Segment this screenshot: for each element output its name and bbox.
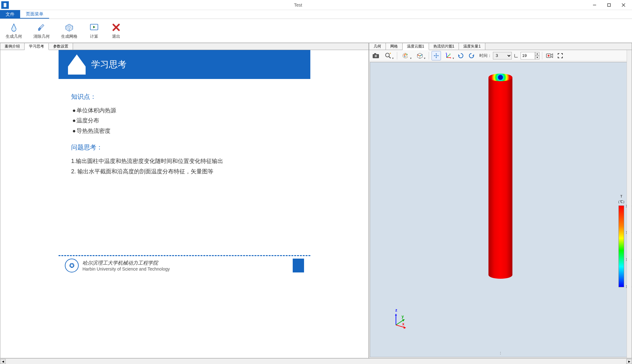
- time-select[interactable]: 3: [493, 52, 512, 59]
- knowledge-list: 单位体积内热源 温度分布 导热热流密度: [71, 105, 298, 136]
- play-icon: [89, 22, 99, 32]
- close-button[interactable]: [616, 0, 631, 10]
- legend-title: T: [616, 194, 626, 198]
- brush-icon: [37, 22, 47, 32]
- knowledge-label: 知识点：: [71, 91, 298, 102]
- minimize-button[interactable]: [587, 0, 602, 10]
- palette-icon[interactable]: [400, 51, 412, 60]
- tab-mesh[interactable]: 网格: [386, 43, 403, 50]
- rotate-cw-icon[interactable]: [456, 51, 466, 60]
- cube-mesh-icon: [64, 22, 74, 32]
- fullscreen-icon[interactable]: [556, 51, 565, 60]
- zoom-icon[interactable]: [382, 51, 394, 60]
- compute-button[interactable]: 计算: [86, 20, 102, 41]
- footer-block: [293, 259, 304, 272]
- menu-file[interactable]: 文件: [0, 10, 20, 19]
- generate-geometry-button[interactable]: 生成几何: [3, 20, 25, 41]
- university-logo-icon: ✪: [65, 259, 79, 272]
- svg-point-14: [405, 53, 406, 55]
- svg-point-16: [404, 56, 405, 57]
- frame-input[interactable]: [521, 52, 535, 59]
- tab-case-intro[interactable]: 案例介绍: [0, 43, 25, 50]
- footer-en: Harbin University of Science and Technol…: [82, 266, 170, 272]
- svg-line-12: [389, 57, 391, 58]
- svg-point-11: [386, 53, 389, 57]
- svg-rect-19: [420, 55, 421, 56]
- left-content: 学习思考 知识点： 单位体积内热源 温度分布 导热热流密度 问题思考： 1.输出…: [0, 50, 369, 358]
- camera-icon[interactable]: [371, 51, 381, 60]
- pentagon-icon: [68, 54, 86, 75]
- rotate-ccw-icon[interactable]: [467, 51, 476, 60]
- knowledge-point: 导热热流密度: [72, 126, 298, 136]
- scroll-left-button[interactable]: ◀: [0, 359, 6, 364]
- viewport-footer: :: [500, 350, 501, 355]
- slide-header: 学习思考: [59, 50, 310, 79]
- content-area: 案例介绍 学习思考 参数设置 学习思考 知识点： 单位体积内热源 温度分布: [0, 43, 632, 358]
- tab-param-settings[interactable]: 参数设置: [49, 43, 73, 50]
- app-icon: [1, 1, 9, 9]
- color-legend: T （℃） 1.005e+01 1.005e+01 1.004e+01 1.00…: [616, 194, 626, 288]
- left-tabbar: 案例介绍 学习思考 参数设置: [0, 43, 369, 50]
- tab-temp-cloud[interactable]: 温度云图1: [403, 43, 429, 50]
- angle-icon[interactable]: [513, 51, 519, 60]
- cylinder-model: [488, 74, 512, 279]
- footer-text: 哈尔滨理工大学机械动力工程学院 Harbin University of Sci…: [82, 260, 170, 272]
- clear-geometry-button[interactable]: 清除几何: [31, 20, 52, 41]
- titlebar: Test: [0, 0, 632, 10]
- knowledge-point: 温度分布: [72, 115, 298, 126]
- slide-body: 知识点： 单位体积内热源 温度分布 导热热流密度 问题思考： 1.输出圆柱中温度…: [59, 79, 310, 255]
- time-label: 时间：: [479, 53, 492, 59]
- tab-study-think[interactable]: 学习思考: [25, 43, 49, 50]
- svg-point-15: [406, 54, 408, 55]
- right-tabbar: 几何 网格 温度云图1 热流切片图1 温度矢量1: [369, 43, 632, 50]
- svg-rect-10: [374, 53, 376, 54]
- footer-cn: 哈尔滨理工大学机械动力工程学院: [82, 260, 170, 266]
- menubar: 文件 页面菜单: [0, 10, 632, 19]
- window-title: Test: [9, 3, 587, 8]
- frame-spinner[interactable]: ▲ ▼: [521, 52, 539, 59]
- right-scrollbar[interactable]: [627, 50, 632, 358]
- slide-title: 学习思考: [91, 59, 127, 70]
- maximize-button[interactable]: [602, 0, 616, 10]
- svg-text:z: z: [446, 53, 447, 54]
- svg-rect-1: [608, 3, 611, 6]
- ribbon: 生成几何 清除几何 生成网格 计算 退出: [0, 19, 632, 43]
- question-2: 2. 输出水平截面和沿高度的剖面温度分布特征，矢量图等: [71, 166, 298, 176]
- tab-temp-vector[interactable]: 温度矢量1: [459, 43, 485, 50]
- rubik-cube-icon[interactable]: [414, 51, 426, 60]
- generate-mesh-button[interactable]: 生成网格: [59, 20, 80, 41]
- axis-z-label: z: [395, 308, 397, 312]
- svg-line-25: [447, 55, 449, 58]
- record-icon[interactable]: [545, 51, 554, 60]
- axes-triad: z y x: [392, 313, 408, 329]
- slide: 学习思考 知识点： 单位体积内热源 温度分布 导热热流密度 问题思考： 1.输出…: [59, 50, 310, 275]
- question-1: 1.输出圆柱中温度和热流密度变化随时间和位置变化特征输出: [71, 156, 298, 166]
- svg-point-9: [375, 55, 377, 57]
- spin-up-button[interactable]: ▲: [535, 52, 539, 56]
- x-icon: [111, 22, 121, 32]
- legend-bar: 1.005e+01 1.005e+01 1.004e+01 1.004e+01: [618, 205, 624, 287]
- viz-toolbar: zxy 时间： 3 ▲ ▼: [369, 50, 632, 61]
- spin-down-button[interactable]: ▼: [535, 56, 539, 59]
- legend-unit: （℃）: [616, 199, 626, 204]
- axis-y-label: y: [402, 314, 404, 319]
- viewport-3d[interactable]: z y x T （℃） 1.005e+01 1.005e+01 1.004e+0…: [370, 62, 631, 357]
- svg-text:y: y: [449, 53, 451, 55]
- svg-point-13: [404, 54, 405, 56]
- svg-rect-17: [418, 55, 419, 56]
- move-icon[interactable]: [432, 51, 441, 60]
- axes-icon[interactable]: zxy: [442, 51, 455, 60]
- tab-geometry[interactable]: 几何: [369, 43, 386, 50]
- slide-footer: ✪ 哈尔滨理工大学机械动力工程学院 Harbin University of S…: [59, 255, 310, 275]
- tab-heat-slice[interactable]: 热流切片图1: [429, 43, 459, 50]
- svg-text:x: x: [450, 57, 451, 59]
- axis-x-label: x: [402, 322, 404, 326]
- bottom-scrollbar[interactable]: ◀ ▶: [0, 358, 632, 364]
- svg-point-30: [548, 55, 550, 57]
- menu-page[interactable]: 页面菜单: [20, 10, 49, 19]
- left-panel: 案例介绍 学习思考 参数设置 学习思考 知识点： 单位体积内热源 温度分布: [0, 43, 369, 358]
- svg-rect-18: [419, 55, 420, 56]
- scroll-right-button[interactable]: ▶: [626, 359, 632, 364]
- drop-icon: [9, 22, 19, 32]
- exit-button[interactable]: 退出: [108, 20, 124, 41]
